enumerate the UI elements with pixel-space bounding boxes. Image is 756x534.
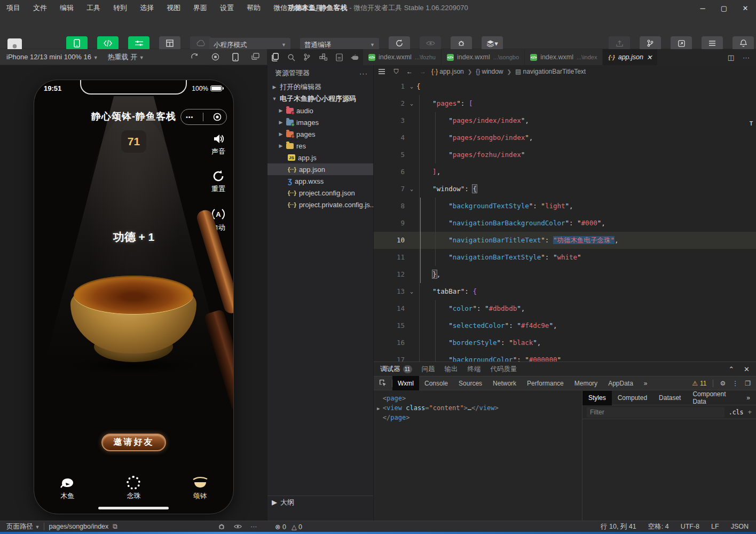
- code-line-1[interactable]: 1⌄{: [374, 78, 756, 95]
- tree-item-app.json[interactable]: {··}app.json: [267, 163, 373, 175]
- more-icon[interactable]: ···: [743, 53, 750, 61]
- open-editors-section[interactable]: ▶打开的编辑器: [267, 81, 373, 93]
- maximize-icon[interactable]: ▢: [713, 0, 735, 16]
- tree-item-project.config.json[interactable]: {··}project.config.json: [267, 187, 373, 199]
- code-line-11[interactable]: 11 "navigationBarTextStyle": "white": [374, 249, 756, 266]
- outline-section[interactable]: ▶大纲: [267, 496, 373, 508]
- back-arrow-icon[interactable]: ←: [405, 68, 414, 75]
- bug-icon[interactable]: [218, 523, 225, 530]
- tree-item-res[interactable]: ▶res: [267, 140, 373, 152]
- editor-tab-index.wxml[interactable]: </>index.wxml...\songbo: [442, 49, 525, 65]
- devtools-tab-AppData[interactable]: AppData: [603, 376, 639, 390]
- minimize-icon[interactable]: ─: [692, 0, 713, 16]
- devtools-tab-Sources[interactable]: Sources: [453, 376, 487, 390]
- code-line-8[interactable]: 8 "backgroundTextStyle": "light",: [374, 198, 756, 215]
- menu-项目[interactable]: 项目: [0, 0, 27, 16]
- fold-icon[interactable]: ⌄: [407, 78, 416, 95]
- menu-界面[interactable]: 界面: [187, 0, 214, 16]
- app-tab-念珠[interactable]: 念珠: [112, 474, 155, 501]
- warning-count[interactable]: △ 0: [292, 523, 302, 531]
- branch-icon[interactable]: [299, 53, 315, 61]
- editor-tab-index.wxml[interactable]: </>index.wxml...\index: [525, 49, 603, 65]
- hot-reload-toggle[interactable]: 热重载 开 ▼: [98, 52, 144, 62]
- menu-设置[interactable]: 设置: [214, 0, 240, 16]
- code-line-7[interactable]: 7⌄ "window": {: [374, 180, 756, 198]
- more-icon[interactable]: ···: [250, 523, 257, 530]
- warning-count[interactable]: ⚠11: [692, 380, 706, 387]
- window-icon[interactable]: ❐: [745, 380, 751, 387]
- device-select[interactable]: iPhone 12/13 mini 100% 16 ▼: [0, 53, 98, 61]
- encoding[interactable]: UTF-8: [681, 523, 699, 530]
- phone-icon[interactable]: [232, 53, 239, 61]
- editor-tab-index.wxml[interactable]: </>index.wxml...\fozhu: [363, 49, 442, 65]
- styles-tab-»[interactable]: »: [741, 391, 756, 405]
- devtools-tab-Performance[interactable]: Performance: [522, 376, 569, 390]
- code-line-2[interactable]: 2⌄ "pages": [: [374, 95, 756, 112]
- devtools-tab-Console[interactable]: Console: [419, 376, 453, 390]
- menu-文件[interactable]: 文件: [27, 0, 53, 16]
- add-style-button[interactable]: +: [747, 408, 752, 416]
- tree-item-images[interactable]: ▶images: [267, 116, 373, 128]
- breadcrumb-item-window[interactable]: {} window: [476, 68, 503, 75]
- filter-input[interactable]: Filter: [587, 407, 724, 418]
- indentation[interactable]: 空格: 4: [648, 522, 669, 531]
- devtools-tab-Memory[interactable]: Memory: [569, 376, 603, 390]
- sim-action-声音[interactable]: 声音: [204, 132, 233, 156]
- app-tab-木鱼[interactable]: 木鱼: [46, 474, 89, 501]
- code-line-5[interactable]: 5 "pages/fozhu/index": [374, 146, 756, 163]
- styles-tab-Styles[interactable]: Styles: [582, 391, 612, 405]
- cls-toggle[interactable]: .cls: [729, 409, 744, 416]
- styles-tab-Dataset[interactable]: Dataset: [653, 391, 687, 405]
- close-icon[interactable]: ✕: [744, 365, 750, 373]
- chevron-up-icon[interactable]: ⌃: [728, 365, 734, 373]
- close-icon[interactable]: ✕: [647, 53, 652, 61]
- more-icon[interactable]: ···: [359, 69, 368, 77]
- debugger-tab-调试器[interactable]: 调试器11: [380, 365, 412, 374]
- project-root[interactable]: ▼电子木鱼静心小程序源码: [267, 93, 373, 105]
- debugger-tab-输出[interactable]: 输出: [445, 365, 458, 374]
- code-line-15[interactable]: 15 "selectedColor": "#f4dc9e",: [374, 317, 756, 334]
- teapot-icon[interactable]: [347, 54, 363, 60]
- wxml-line[interactable]: ▶ <view class="content">…</view>: [377, 404, 582, 413]
- debugger-tab-问题[interactable]: 问题: [422, 365, 435, 374]
- menu-转到[interactable]: 转到: [107, 0, 133, 16]
- outline-list-icon[interactable]: [378, 68, 388, 75]
- language-mode[interactable]: JSON: [731, 523, 749, 530]
- fold-icon[interactable]: ⌄: [407, 95, 416, 112]
- code-line-17[interactable]: 17 "backgroundColor": "#000000": [374, 351, 756, 362]
- tree-item-project.private.config.js...[interactable]: {··}project.private.config.js...: [267, 199, 373, 210]
- kebab-icon[interactable]: ⋮: [732, 380, 738, 387]
- wxml-line[interactable]: <page>: [377, 394, 582, 404]
- windows-icon[interactable]: [251, 53, 259, 61]
- chevron-right-icon[interactable]: ▶: [377, 406, 383, 411]
- breadcrumb-item-navigationBarTitleText[interactable]: ▤ navigationBarTitleText: [515, 68, 586, 75]
- tree-item-audio[interactable]: ▶audio: [267, 105, 373, 116]
- menu-视图[interactable]: 视图: [160, 0, 187, 16]
- editor-tab-app.json[interactable]: {·}app.json ✕: [603, 49, 658, 65]
- debugger-tab-终端[interactable]: 终端: [468, 365, 481, 374]
- gear-icon[interactable]: ⚙: [720, 380, 726, 387]
- eol[interactable]: LF: [711, 523, 719, 530]
- menu-编辑[interactable]: 编辑: [53, 0, 80, 16]
- menu-选择[interactable]: 选择: [133, 0, 160, 16]
- code-line-6[interactable]: 6 ],: [374, 163, 756, 180]
- code-line-14[interactable]: 14 "color": "#dbdbdb",: [374, 300, 756, 317]
- app-tab-颂钵[interactable]: 颂钵: [179, 474, 222, 501]
- inspect-icon[interactable]: [374, 379, 392, 387]
- debugger-tab-代码质量[interactable]: 代码质量: [491, 365, 517, 374]
- eye-icon[interactable]: [234, 523, 242, 530]
- sim-action-重置[interactable]: 重置: [204, 170, 233, 194]
- code-line-13[interactable]: 13⌄ "tabBar": {: [374, 283, 756, 300]
- code-line-3[interactable]: 3 "pages/index/index",: [374, 112, 756, 129]
- code-line-16[interactable]: 16 "borderStyle": "black",: [374, 334, 756, 351]
- cursor-position[interactable]: 行 10, 列 41: [601, 522, 636, 531]
- menu-帮助[interactable]: 帮助: [240, 0, 267, 16]
- blocks-icon[interactable]: [315, 53, 331, 61]
- split-editor-icon[interactable]: ◫: [728, 53, 734, 61]
- tree-item-pages[interactable]: ▶pages: [267, 128, 373, 140]
- menu-微信开发者工具[interactable]: 微信开发者工具: [267, 0, 328, 16]
- record-icon[interactable]: [211, 53, 219, 61]
- tree-item-app.wxss[interactable]: Ʒapp.wxss: [267, 175, 373, 187]
- tree-item-app.js[interactable]: JSapp.js: [267, 152, 373, 163]
- breadcrumb-item-app.json[interactable]: {·} app.json: [431, 68, 464, 75]
